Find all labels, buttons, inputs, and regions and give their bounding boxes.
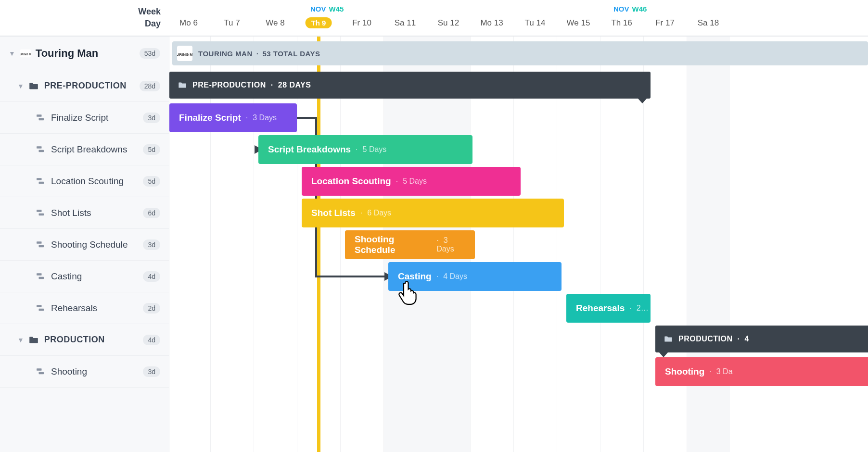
day-label[interactable]: Fr 17 (655, 18, 675, 28)
task-name: Shooting (51, 366, 143, 377)
task-bar-label: Shooting (665, 366, 704, 377)
gantt-chart[interactable]: TOURING MAN TOURING MAN·53 TOTAL DAYS PR… (169, 37, 868, 452)
row-label-day: Day (145, 19, 161, 29)
phase-bar-preprod[interactable]: PRE-PRODUCTION·28 DAYS (169, 72, 651, 99)
sidebar-item-task-location[interactable]: Location Scouting 5d (0, 165, 169, 197)
duration-badge: 3d (143, 366, 160, 377)
task-bar-duration: 3 Days (436, 236, 465, 253)
duration-badge: 5d (143, 144, 160, 155)
task-bar-duration: 5 Days (396, 177, 427, 186)
project-name: Touring Man (36, 47, 140, 60)
task-icon (37, 210, 45, 216)
day-label[interactable]: We 15 (567, 18, 590, 28)
duration-badge: 53d (140, 48, 160, 59)
task-icon (37, 146, 45, 153)
task-bar-duration: 3 Da (709, 367, 732, 376)
svg-rect-5 (39, 150, 44, 152)
task-bar-rehearse[interactable]: Rehearsals2… (566, 294, 651, 323)
task-name: Script Breakdowns (51, 144, 143, 155)
task-bar-casting[interactable]: Casting4 Days (388, 262, 562, 291)
task-bar-breakdown[interactable]: Script Breakdowns5 Days (258, 135, 472, 164)
duration-badge: 3d (143, 113, 160, 123)
chevron-down-icon[interactable]: ▼ (9, 50, 15, 57)
project-bar-label: TOURING MAN·53 TOTAL DAYS (198, 50, 320, 58)
svg-rect-7 (39, 181, 44, 184)
duration-badge: 6d (143, 208, 160, 218)
sidebar-item-task-breakdown[interactable]: Script Breakdowns 5d (0, 134, 169, 165)
task-name: Shot Lists (51, 208, 143, 218)
svg-rect-17 (39, 372, 44, 374)
svg-text:TOURING MAN: TOURING MAN (177, 52, 192, 57)
sidebar-item-task-casting[interactable]: Casting 4d (0, 261, 169, 292)
task-icon (37, 241, 45, 248)
sidebar-item-task-schedule[interactable]: Shooting Schedule 3d (0, 229, 169, 261)
task-bar-schedule[interactable]: Shooting Schedule3 Days (345, 230, 475, 259)
timeline-header: Week Day NOVW45NOVW46Mo 6Tu 7We 8Th 9Fr … (0, 0, 868, 36)
svg-rect-9 (39, 213, 44, 215)
task-bar-location[interactable]: Location Scouting5 Days (302, 167, 521, 196)
task-bar-shooting[interactable]: Shooting3 Da (655, 357, 868, 386)
svg-rect-15 (39, 308, 44, 311)
task-name: Finalize Script (51, 113, 143, 123)
svg-rect-13 (39, 276, 44, 279)
task-bar-duration: 4 Days (436, 272, 467, 281)
task-bar-label: Shooting Schedule (355, 234, 432, 255)
phase-name: PRODUCTION (44, 335, 143, 345)
task-name: Location Scouting (51, 176, 143, 187)
sidebar-item-phase-preprod[interactable]: ▼ PRE-PRODUCTION 28d (0, 70, 169, 102)
day-label[interactable]: Tu 14 (525, 18, 546, 28)
task-name: Shooting Schedule (51, 239, 143, 250)
svg-rect-3 (39, 118, 44, 120)
header-row-labels: Week Day (0, 0, 169, 36)
day-label[interactable]: Th 9 (306, 18, 332, 28)
chevron-down-icon[interactable]: ▼ (17, 82, 24, 90)
task-icon (37, 368, 45, 375)
svg-rect-6 (37, 178, 42, 180)
duration-badge: 4d (143, 271, 160, 282)
sidebar-item-task-shooting[interactable]: Shooting 3d (0, 356, 169, 388)
day-label[interactable]: Fr 10 (352, 18, 371, 28)
sidebar-item-task-finalize[interactable]: Finalize Script 3d (0, 102, 169, 134)
folder-icon (178, 82, 187, 88)
week-label: NOVW45 (310, 5, 344, 13)
day-label[interactable]: We 8 (266, 18, 284, 28)
task-bar-label: Finalize Script (179, 113, 241, 123)
svg-rect-16 (37, 368, 42, 371)
project-thumbnail-icon: TOURING MAN (177, 46, 192, 61)
day-label[interactable]: Tu 7 (224, 18, 240, 28)
task-bar-duration: 6 Days (360, 209, 391, 217)
svg-rect-11 (39, 245, 44, 247)
svg-rect-4 (37, 146, 42, 149)
svg-rect-10 (37, 241, 42, 244)
row-label-week: Week (138, 7, 161, 17)
phase-name: PRE-PRODUCTION (44, 81, 140, 91)
week-label: NOVW46 (613, 5, 647, 13)
task-name: Casting (51, 271, 143, 282)
task-bar-finalize[interactable]: Finalize Script3 Days (169, 103, 297, 132)
chevron-down-icon[interactable]: ▼ (17, 336, 24, 344)
phase-bar-prod[interactable]: PRODUCTION·4 (655, 326, 868, 352)
day-label[interactable]: Su 12 (438, 18, 459, 28)
task-bar-label: Location Scouting (311, 176, 391, 187)
sidebar-item-project[interactable]: ▼ TOURING MAN Touring Man 53d (0, 37, 169, 70)
duration-badge: 28d (140, 81, 160, 91)
day-label[interactable]: Th 16 (611, 18, 632, 28)
project-summary-bar[interactable]: TOURING MAN TOURING MAN·53 TOTAL DAYS (172, 41, 868, 65)
svg-rect-14 (37, 305, 42, 307)
task-bar-duration: 2… (629, 304, 648, 313)
task-bar-label: Script Breakdowns (268, 144, 351, 155)
duration-badge: 5d (143, 176, 160, 187)
sidebar: ▼ TOURING MAN Touring Man 53d▼ PRE-PRODU… (0, 37, 169, 452)
sidebar-item-task-rehearse[interactable]: Rehearsals 2d (0, 292, 169, 324)
sidebar-item-phase-prod[interactable]: ▼ PRODUCTION 4d (0, 324, 169, 356)
day-label[interactable]: Mo 13 (480, 18, 503, 28)
duration-badge: 3d (143, 239, 160, 250)
svg-text:TOURING MAN: TOURING MAN (20, 52, 31, 55)
day-label[interactable]: Sa 18 (698, 18, 719, 28)
day-label[interactable]: Sa 11 (395, 18, 416, 28)
sidebar-item-task-shotlist[interactable]: Shot Lists 6d (0, 197, 169, 229)
task-bar-label: Rehearsals (576, 303, 625, 314)
task-bar-shotlist[interactable]: Shot Lists6 Days (302, 199, 564, 227)
day-label[interactable]: Mo 6 (179, 18, 198, 28)
folder-icon (29, 82, 38, 90)
